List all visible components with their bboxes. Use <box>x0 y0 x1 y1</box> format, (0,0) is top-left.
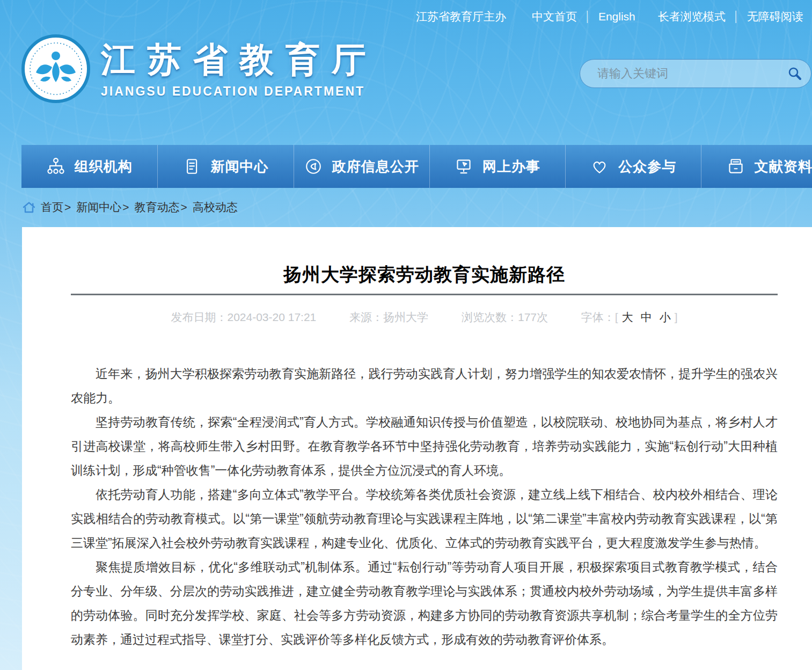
archive-icon <box>727 157 745 176</box>
meta-view-count: 浏览次数：177次 <box>462 309 548 325</box>
breadcrumb-separator: > <box>122 201 129 214</box>
search-box <box>580 59 811 88</box>
content-panel: 扬州大学探索劳动教育实施新路径 发布日期：2024-03-20 17:21 来源… <box>22 227 812 670</box>
topbar-link-english[interactable]: English <box>598 10 635 23</box>
main-nav: 组织机构 新闻中心 政府信息公开 网上办事 <box>21 145 812 188</box>
topbar-sponsor-label: 江苏省教育厅主办 <box>416 9 506 24</box>
breadcrumb-separator: > <box>181 201 187 214</box>
font-bracket-close: ] <box>675 311 678 323</box>
nav-item-organization[interactable]: 组织机构 <box>21 145 157 188</box>
meta-publish-date: 发布日期：2024-03-20 17:21 <box>171 309 316 325</box>
nav-item-gov-info-disclosure[interactable]: 政府信息公开 <box>294 145 429 188</box>
home-icon <box>23 201 35 213</box>
topbar-link-cn-home[interactable]: 中文首页 <box>532 9 577 24</box>
font-size-medium[interactable]: 中 <box>641 311 652 323</box>
heart-icon <box>590 157 609 176</box>
department-emblem-icon <box>21 34 90 103</box>
font-bracket-open: [ <box>615 311 618 323</box>
nav-item-news-center[interactable]: 新闻中心 <box>157 145 293 188</box>
search-button[interactable] <box>787 66 802 81</box>
topbar: 江苏省教育厅主办 中文首页 │ English 长者浏览模式 │ 无障碍阅读 <box>416 9 803 25</box>
nav-item-documents[interactable]: 文献资料 <box>701 145 812 188</box>
site-logo[interactable]: 江苏省教育厅 JIANGSU EDUCATION DEPARTMENT <box>21 34 378 103</box>
breadcrumb-news-center[interactable]: 新闻中心 <box>76 200 121 215</box>
font-size-small[interactable]: 小 <box>660 311 671 323</box>
topbar-link-accessibility[interactable]: 无障碍阅读 <box>747 9 803 24</box>
article-paragraph: 坚持劳动教育传统，探索“全程浸润式”育人方式。学校融通知识传授与价值塑造，以校院… <box>71 410 778 483</box>
font-size-label: 字体： <box>581 311 615 323</box>
search-input[interactable] <box>596 66 787 81</box>
site-title-en: JIANGSU EDUCATION DEPARTMENT <box>101 84 378 99</box>
topbar-separator: │ <box>584 11 591 23</box>
article-meta: 发布日期：2024-03-20 17:21 来源：扬州大学 浏览次数：177次 … <box>71 309 778 325</box>
article-paragraph: 近年来，扬州大学积极探索劳动教育实施新路径，践行劳动实践育人计划，努力增强学生的… <box>71 362 778 410</box>
site-title-cn: 江苏省教育厅 <box>101 38 378 82</box>
nav-item-online-services[interactable]: 网上办事 <box>429 145 565 188</box>
online-services-icon <box>455 157 473 176</box>
meta-source: 来源：扬州大学 <box>349 309 428 325</box>
breadcrumb-separator: > <box>64 201 71 214</box>
breadcrumb-education-trends[interactable]: 教育动态 <box>135 200 180 215</box>
breadcrumb-university-trends[interactable]: 高校动态 <box>193 200 238 215</box>
breadcrumb-home[interactable]: 首页 <box>41 200 63 215</box>
article-paragraph: 依托劳动育人功能，搭建“多向立体式”教学平台。学校统筹各类优质社会资源，建立线上… <box>71 483 778 555</box>
info-disclosure-icon <box>304 157 323 176</box>
title-divider <box>71 294 778 295</box>
breadcrumb: 首页 > 新闻中心 > 教育动态 > 高校动态 <box>23 199 238 216</box>
sitemap-icon <box>47 157 65 176</box>
nav-item-public-participation[interactable]: 公众参与 <box>565 145 701 188</box>
meta-font-size-control: 字体：[大中小] <box>581 309 678 325</box>
news-icon <box>182 157 201 176</box>
search-icon <box>787 66 802 81</box>
topbar-separator: │ <box>733 11 740 23</box>
article-paragraph: 聚焦提质增效目标，优化“多维联动式”机制体系。通过“耘创行动”等劳动育人项目开展… <box>71 555 778 652</box>
article-body: 近年来，扬州大学积极探索劳动教育实施新路径，践行劳动实践育人计划，努力增强学生的… <box>71 362 778 652</box>
page-root: 江苏省教育厅主办 中文首页 │ English 长者浏览模式 │ 无障碍阅读 江… <box>0 0 812 670</box>
article-title: 扬州大学探索劳动教育实施新路径 <box>71 263 778 286</box>
font-size-large[interactable]: 大 <box>622 311 633 323</box>
topbar-link-elder-mode[interactable]: 长者浏览模式 <box>658 9 726 24</box>
